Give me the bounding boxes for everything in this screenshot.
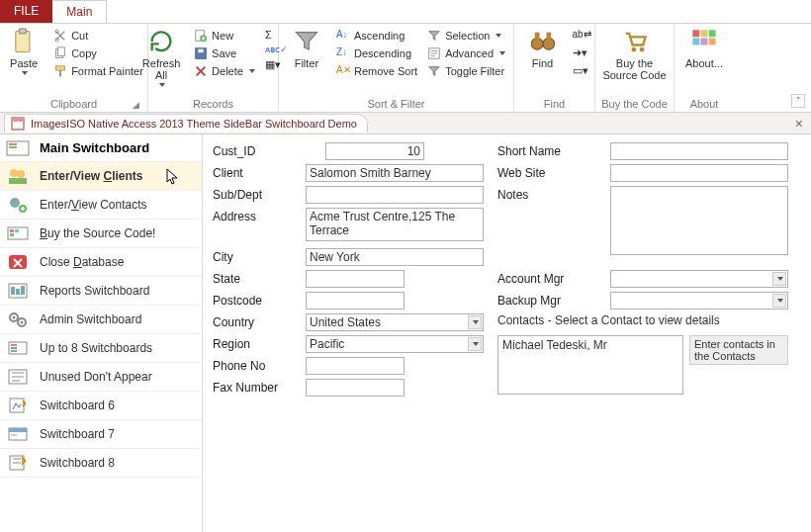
short-name-field[interactable]: [610, 142, 788, 160]
sidebar-item-2[interactable]: Buy the Source Code!: [0, 220, 202, 248]
filter-button[interactable]: Filter: [285, 28, 328, 69]
sidebar-title: Main Switchboard: [0, 134, 202, 162]
funnel-small-icon: [427, 29, 441, 43]
sub-dept-field[interactable]: [306, 186, 484, 204]
sidebar-item-1[interactable]: Enter/View Contacts: [0, 191, 202, 220]
svg-rect-16: [546, 33, 551, 40]
delete-icon: [194, 64, 208, 78]
svg-point-18: [639, 47, 644, 52]
svg-rect-6: [56, 66, 65, 70]
dialog-launcher-icon[interactable]: ◢: [133, 100, 139, 110]
save-icon: [194, 46, 208, 60]
web-site-field[interactable]: [610, 164, 788, 182]
delete-record-button[interactable]: Delete: [192, 63, 257, 79]
svg-rect-37: [10, 233, 14, 236]
tab-main[interactable]: Main: [52, 0, 107, 23]
svg-point-13: [531, 39, 543, 50]
label-backup-mgr: Backup Mgr: [497, 292, 596, 310]
goto-button[interactable]: ➜▾: [571, 45, 588, 61]
svg-rect-21: [709, 30, 716, 37]
cut-button[interactable]: Cut: [51, 28, 145, 44]
chevron-up-icon: ˄: [796, 96, 801, 106]
sidebar-item-label: Switchboard 8: [40, 456, 115, 470]
cursor-icon: [166, 168, 180, 186]
client-field[interactable]: [306, 164, 484, 182]
svg-rect-20: [701, 30, 708, 37]
svg-rect-56: [11, 434, 17, 436]
save-record-button[interactable]: Save: [192, 45, 257, 61]
sidebar-item-6[interactable]: Up to 8 Switchboards: [0, 334, 202, 363]
remove-sort-button[interactable]: A✕ Remove Sort: [334, 63, 419, 79]
funnel-icon: [293, 28, 320, 55]
sidebar-item-label: Buy the Source Code!: [40, 226, 155, 240]
chevron-down-icon: [496, 34, 501, 38]
selection-filter-button[interactable]: Selection: [425, 28, 507, 44]
format-painter-button[interactable]: Format Painter: [51, 63, 145, 79]
svg-point-31: [17, 170, 25, 178]
select-button[interactable]: ▭▾: [571, 63, 588, 79]
sidebar-item-label: Up to 8 Switchboards: [40, 341, 152, 355]
copy-button[interactable]: Copy: [51, 45, 145, 61]
sidebar-item-7[interactable]: Unused Don't Appear: [0, 363, 202, 392]
sidebar-item-icon: [6, 252, 30, 272]
sidebar-item-0[interactable]: Enter/View Clients: [0, 162, 202, 191]
sort-asc-button[interactable]: A↓ Ascending: [334, 28, 419, 44]
svg-rect-5: [58, 47, 65, 56]
svg-point-47: [21, 321, 24, 324]
region-select[interactable]: [306, 335, 484, 353]
svg-point-30: [10, 169, 18, 177]
document-tab[interactable]: ImagesISO Native Access 2013 Theme SideB…: [4, 114, 368, 133]
paste-button[interactable]: Paste: [2, 28, 45, 75]
find-button[interactable]: Find: [521, 28, 565, 69]
svg-rect-1: [19, 29, 26, 34]
city-field[interactable]: [306, 248, 484, 266]
advanced-filter-button[interactable]: Advanced: [425, 45, 507, 61]
sidebar-item-4[interactable]: Reports Switchboard: [0, 277, 202, 306]
sidebar-item-9[interactable]: Switchboard 7: [0, 420, 202, 449]
goto-icon: ➜▾: [573, 46, 586, 60]
close-document-button[interactable]: ×: [795, 116, 803, 132]
contacts-header: Contacts - Select a Contact to view deta…: [497, 313, 788, 331]
tab-file[interactable]: FILE: [0, 0, 52, 23]
sidebar-item-10[interactable]: Switchboard 8: [0, 449, 202, 478]
label-client: Client: [213, 164, 292, 182]
buy-source-button[interactable]: Buy the Source Code: [600, 28, 670, 81]
contacts-list[interactable]: Michael Tedeski, Mr: [497, 335, 683, 395]
cust-id-field[interactable]: [325, 142, 424, 160]
paste-icon: [10, 28, 38, 55]
backup-mgr-select[interactable]: [610, 292, 788, 310]
refresh-icon: [147, 28, 175, 55]
collapse-ribbon-button[interactable]: ˄: [791, 94, 805, 108]
address-field[interactable]: Acme Trust Centre,125 The Terrace: [306, 208, 484, 241]
phone-field[interactable]: [306, 357, 405, 375]
account-mgr-select[interactable]: [610, 270, 788, 288]
label-sub-dept: Sub/Dept: [213, 186, 292, 204]
svg-rect-29: [9, 146, 17, 148]
sort-desc-button[interactable]: Z↓ Descending: [334, 45, 419, 61]
label-notes: Notes: [497, 186, 596, 204]
sidebar-item-label: Switchboard 7: [40, 427, 115, 441]
notes-field[interactable]: [610, 186, 788, 255]
new-icon: [194, 29, 208, 43]
sidebar-item-3[interactable]: Close Database: [0, 248, 202, 277]
label-region: Region: [213, 335, 292, 353]
replace-button[interactable]: ab⇄: [571, 28, 588, 44]
new-record-button[interactable]: New: [192, 28, 257, 44]
country-select[interactable]: [306, 313, 484, 331]
about-button[interactable]: About...: [679, 28, 729, 69]
sidebar-item-8[interactable]: Switchboard 6: [0, 392, 202, 420]
refresh-all-button[interactable]: Refresh All: [136, 28, 186, 87]
state-field[interactable]: [306, 270, 405, 288]
fax-field[interactable]: [306, 379, 405, 397]
svg-rect-50: [11, 347, 17, 349]
svg-rect-19: [692, 30, 699, 37]
sidebar-item-icon: [6, 338, 30, 358]
label-country: Country: [213, 313, 292, 331]
postcode-field[interactable]: [306, 292, 405, 310]
sidebar-item-icon: [6, 367, 30, 387]
toggle-filter-button[interactable]: Toggle Filter: [425, 63, 507, 79]
sidebar-item-5[interactable]: Admin Switchboard: [0, 306, 202, 334]
contacts-hint: Enter contacts in the Contacts: [689, 335, 788, 365]
sidebar-item-icon: [6, 195, 30, 215]
label-account-mgr: Account Mgr: [497, 270, 596, 288]
